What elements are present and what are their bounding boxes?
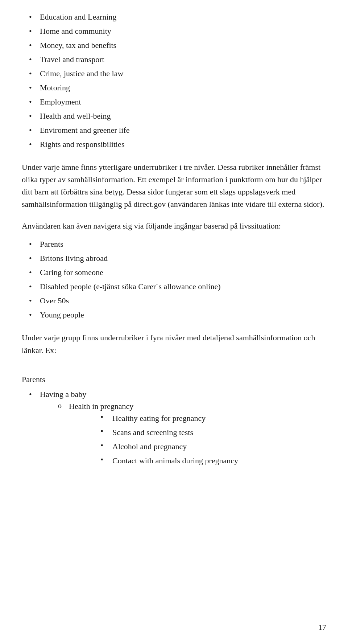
list-item: Money, tax and benefits <box>22 39 326 51</box>
list-item: Parents <box>22 238 326 250</box>
list-item: Motoring <box>22 82 326 94</box>
list-item: Disabled people (e-tjänst söka Carer´s a… <box>22 280 326 292</box>
having-a-baby-list: Having a baby Health in pregnancy Health… <box>22 388 326 467</box>
parents-label: Parents <box>22 373 326 385</box>
list-item: Scans and screening tests <box>69 426 326 438</box>
list-item: Rights and responsibilities <box>22 138 326 150</box>
list-item: Home and community <box>22 25 326 37</box>
health-in-pregnancy-item: Health in pregnancy Healthy eating for p… <box>40 400 326 467</box>
top-category-list: Education and Learning Home and communit… <box>22 11 326 150</box>
list-item: Enviroment and greener life <box>22 124 326 136</box>
list-item: Britons living abroad <box>22 252 326 264</box>
level3-list: Healthy eating for pregnancy Scans and s… <box>69 412 326 467</box>
list-item: Young people <box>22 309 326 321</box>
list-item: Healthy eating for pregnancy <box>69 412 326 424</box>
health-in-pregnancy-list: Health in pregnancy Healthy eating for p… <box>40 400 326 467</box>
paragraph3: Under varje grupp finns underrubriker i … <box>22 332 326 356</box>
paragraph1: Under varje ämne finns ytterligare under… <box>22 161 326 210</box>
page-number: 17 <box>318 621 326 633</box>
list-item: Caring for someone <box>22 266 326 278</box>
list-item: Contact with animals during pregnancy <box>69 455 326 467</box>
having-a-baby-item: Having a baby Health in pregnancy Health… <box>22 388 326 467</box>
list-item: Education and Learning <box>22 11 326 23</box>
life-situation-list: Parents Britons living abroad Caring for… <box>22 238 326 321</box>
paragraph2: Användaren kan även navigera sig via föl… <box>22 220 326 232</box>
list-item: Crime, justice and the law <box>22 67 326 79</box>
list-item: Travel and transport <box>22 53 326 65</box>
list-item: Alcohol and pregnancy <box>69 440 326 452</box>
list-item: Health and well-being <box>22 110 326 122</box>
list-item: Employment <box>22 96 326 108</box>
list-item: Over 50s <box>22 295 326 307</box>
